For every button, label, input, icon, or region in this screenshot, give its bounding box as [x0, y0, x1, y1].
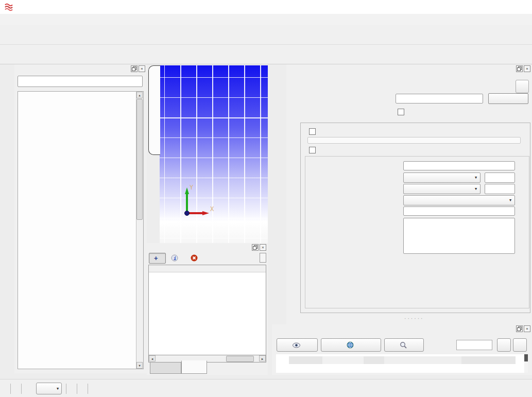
filter-errors-button[interactable]: [191, 253, 200, 263]
hscrollbar-thumb[interactable]: [226, 356, 254, 362]
help-panel: ✕: [272, 324, 532, 375]
message-table-hscrollbar[interactable]: ◀ ▶: [148, 355, 266, 363]
scroll-up-icon[interactable]: ▲: [136, 92, 143, 98]
right-dock-tabs: [272, 64, 286, 324]
app-logo-icon: [4, 3, 13, 11]
eye-icon: [293, 342, 300, 348]
axis-x-label: X: [210, 205, 214, 213]
tab-info[interactable]: [181, 360, 207, 374]
title-bar: [0, 0, 532, 14]
maximize-button[interactable]: [485, 0, 508, 14]
float-panel-icon[interactable]: [516, 65, 523, 72]
find-previous-button[interactable]: [497, 338, 511, 352]
toolbar-file-view: [0, 25, 532, 45]
message-table[interactable]: [148, 265, 266, 355]
element-search-input[interactable]: [18, 76, 143, 87]
more-filters-button[interactable]: [260, 253, 266, 263]
left-dock-tabs: [0, 64, 14, 376]
close-panel-icon[interactable]: ✕: [139, 65, 145, 72]
float-panel-icon[interactable]: [252, 244, 259, 251]
search-button[interactable]: [384, 338, 424, 352]
menu-bar: [0, 14, 532, 26]
close-panel-icon[interactable]: ✕: [524, 65, 530, 72]
cavity-temperature-input[interactable]: [485, 184, 515, 194]
help-scrollbar[interactable]: [524, 354, 528, 373]
error-icon: [191, 254, 198, 262]
filter-all-button[interactable]: +: [149, 253, 166, 264]
context-help-button[interactable]: [516, 80, 529, 93]
status-bar: ▼: [0, 379, 532, 397]
find-input[interactable]: [456, 340, 492, 350]
axis-triad: Y X: [174, 181, 217, 220]
windage-method-select[interactable]: ▼: [403, 195, 515, 205]
info-icon: i: [171, 254, 178, 262]
comment-textarea[interactable]: [403, 218, 515, 254]
globe-icon: [347, 341, 354, 349]
element-tree: ▲ ▼: [18, 91, 144, 369]
scroll-down-icon[interactable]: ▼: [136, 362, 143, 369]
element-library-panel: ✕ ▲ ▼: [14, 64, 147, 373]
chamber-id-input[interactable]: [396, 94, 483, 103]
close-panel-icon[interactable]: ✕: [524, 325, 530, 332]
message-table-header: [149, 265, 266, 272]
help-scrollbar-thumb[interactable]: [524, 354, 528, 361]
chevron-down-icon: ▼: [54, 387, 61, 391]
close-button[interactable]: [508, 0, 532, 14]
find-next-button[interactable]: [513, 338, 527, 352]
plus-icon: +: [154, 254, 158, 262]
chevron-down-icon: ▼: [472, 176, 480, 180]
screen-unit-select[interactable]: ▼: [36, 383, 62, 394]
tree-scrollbar[interactable]: ▲ ▼: [136, 92, 143, 369]
current-cavity-checkbox[interactable]: [309, 147, 316, 153]
tab-output[interactable]: [150, 362, 181, 374]
active-checkbox[interactable]: [398, 109, 404, 115]
float-panel-icon[interactable]: [131, 65, 138, 72]
app-window: ✕ ▲ ▼ Y X ······ ✕: [0, 0, 532, 397]
chevron-down-icon: ▼: [506, 198, 514, 202]
title-input[interactable]: [403, 161, 515, 170]
minimize-button[interactable]: [461, 0, 485, 14]
reload-button[interactable]: [277, 338, 318, 352]
toolbar-modeling-solver: [0, 45, 532, 64]
search-icon: [400, 341, 407, 349]
scrollbar-thumb[interactable]: [136, 99, 143, 220]
close-panel-icon[interactable]: ✕: [260, 244, 266, 251]
panel-resize-handle[interactable]: ······: [404, 316, 424, 321]
global-cavity-input[interactable]: [307, 137, 521, 144]
open-in-browser-button[interactable]: [321, 338, 381, 352]
float-panel-icon[interactable]: [516, 325, 523, 332]
tab-flow-thermal-network[interactable]: [148, 65, 160, 155]
cavity-pressure-input[interactable]: [485, 172, 515, 183]
max-windage-input[interactable]: [403, 206, 515, 216]
chevron-down-icon: ▼: [472, 187, 480, 191]
filter-info-button[interactable]: i: [171, 253, 180, 263]
select-ch-id-button[interactable]: [488, 93, 528, 104]
help-content[interactable]: [276, 354, 528, 373]
svg-text:i: i: [174, 256, 176, 261]
info-panel: ✕ + i ◀ ▶: [147, 243, 268, 375]
cavity-property-editor-panel: ✕ ▼ ▼ ▼: [286, 64, 532, 324]
axis-y-label: Y: [190, 184, 194, 191]
cavity-pressure-select[interactable]: ▼: [403, 172, 480, 183]
global-cavity-checkbox[interactable]: [309, 128, 316, 135]
scroll-left-icon[interactable]: ◀: [149, 355, 156, 361]
scroll-right-icon[interactable]: ▶: [259, 355, 266, 361]
cavity-temperature-select[interactable]: ▼: [403, 184, 480, 194]
